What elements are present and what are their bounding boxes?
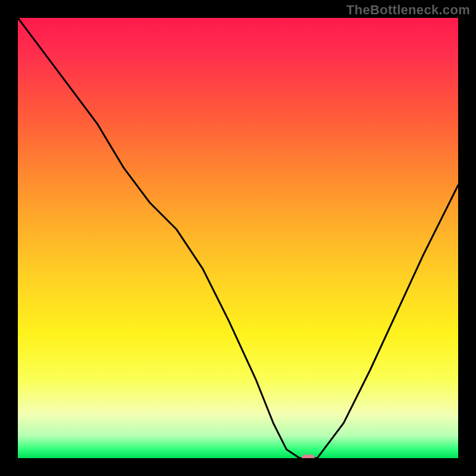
bottleneck-curve-path [18, 18, 458, 458]
chart-frame: TheBottleneck.com [0, 0, 476, 476]
watermark-text: TheBottleneck.com [346, 2, 470, 18]
plot-area [18, 18, 458, 458]
optimum-marker [302, 455, 315, 458]
curve-svg [18, 18, 458, 458]
